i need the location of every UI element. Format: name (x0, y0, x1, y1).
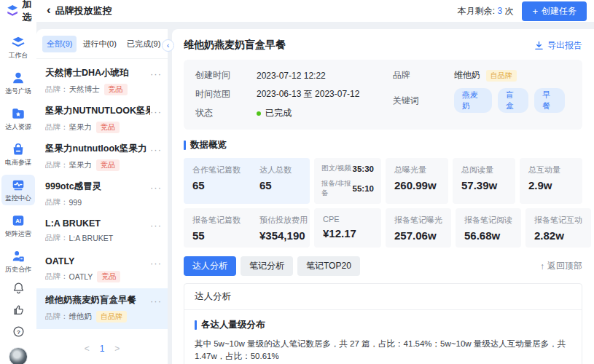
back-to-top-button[interactable]: ↑ 返回顶部 (540, 260, 582, 272)
keyword-pill: 燕麦奶 (454, 88, 492, 113)
brand-name: 坚果力 (69, 122, 93, 132)
workbench-icon (11, 35, 26, 50)
brand-label: 品牌： (45, 233, 69, 243)
task-list-item[interactable]: 天然博士DHA小琥珀 品牌： 天然博士 竞品 ··· (36, 61, 168, 99)
metric-label: 总阅读量 (461, 165, 507, 175)
talent-analysis-card: 达人分析 各达人量级分布 其中 5w~10w 量级的达人笔记数居多，共 27 篇… (184, 283, 582, 364)
task-list-item[interactable]: OATLY 品牌： OATLY 竞品 ··· (36, 250, 168, 288)
create-task-label: 创建任务 (542, 5, 577, 17)
task-list-item[interactable]: 999otc感冒灵 品牌： 999 ··· (36, 175, 168, 213)
overview-section-header: 数据概览 (184, 139, 582, 151)
section-accent-bar (184, 141, 186, 150)
status-label: 状态 (195, 107, 257, 119)
next-page-icon[interactable]: > (114, 344, 120, 354)
help-icon[interactable]: ? (12, 325, 25, 338)
arrow-up-icon: ↑ (540, 261, 544, 272)
analysis-tabs: 达人分析 笔记分析 笔记TOP20 ↑ 返回顶部 (184, 256, 582, 276)
prev-page-icon[interactable]: < (85, 344, 90, 354)
metric-label: 图文/视频 (321, 164, 351, 173)
metric-label: 报备笔记篇数 (192, 215, 241, 226)
metric-value: 257.06w (394, 229, 442, 242)
user-avatar[interactable] (9, 347, 28, 364)
keyword-pill: 盲盒 (498, 88, 528, 113)
range-value: 2023-06-13 至 2023-07-12 (257, 88, 359, 100)
tab-completed[interactable]: 已完成(9) (122, 36, 165, 52)
metric-card-reported-cost: 报备笔记篇数 55 预估投放费用 ¥354,190 (184, 208, 310, 248)
task-list-item[interactable]: L:A BRUKET 品牌： L:A BRUKET ··· (36, 213, 168, 250)
sidebar-item-resources[interactable]: 达人资源 (1, 103, 35, 134)
pagination: < 1 > (36, 336, 168, 364)
more-menu-icon[interactable]: ··· (150, 220, 162, 231)
more-menu-icon[interactable]: ··· (150, 144, 162, 155)
brand-name: 999 (69, 198, 82, 207)
brand-tag: 竞品 (97, 271, 120, 282)
task-list-item[interactable]: 坚果力nutnutlook坚果力 品牌： 坚果力 竞品 ··· (36, 137, 168, 175)
bag-icon (11, 142, 26, 157)
task-detail-title: 维他奶燕麦奶盲盒早餐 (184, 39, 286, 52)
sidebar-item-matrix[interactable]: AI 矩阵运营 (1, 210, 35, 241)
more-menu-icon[interactable]: ··· (150, 68, 162, 79)
topbar: 加选 ‹ 品牌投放监控 本月剩余: 3 次 + 创建任务 (0, 0, 594, 22)
tab-note-top20[interactable]: 笔记TOP20 (297, 256, 360, 276)
level-section-title: 各达人量级分布 (201, 319, 265, 331)
metric-value: 65 (192, 179, 241, 191)
bell-icon[interactable] (12, 282, 25, 294)
brand-name: 维他奶 (69, 312, 93, 322)
metric-label: 报备笔记互动 (534, 215, 582, 226)
sidebar-item-plaza[interactable]: 选号广场 (1, 68, 35, 98)
task-title: 天然博士DHA小琥珀 (45, 67, 150, 79)
analysis-card-title: 达人分析 (184, 284, 582, 310)
brand-label: 品牌： (45, 272, 69, 282)
logo-text: 加选 (22, 0, 39, 24)
sidebar-item-workbench[interactable]: 工作台 (1, 32, 35, 63)
range-label: 时间范围 (195, 88, 257, 100)
more-menu-icon[interactable]: ··· (150, 258, 162, 269)
export-report-button[interactable]: 导出报告 (534, 39, 582, 52)
brand-name: 坚果力 (69, 160, 93, 170)
back-icon[interactable]: ‹ (47, 3, 51, 17)
sidebar-item-label: 历史合作 (1, 265, 35, 274)
tab-note-analysis[interactable]: 笔记分析 (241, 256, 293, 276)
task-list-item-selected[interactable]: 维他奶燕麦奶盲盒早餐 品牌： 维他奶 自品牌 ··· (36, 288, 168, 329)
page-number[interactable]: 1 (100, 344, 105, 354)
metric-card-reported-exposure: 报备笔记曝光 257.06w (386, 208, 451, 248)
brand-tag: 竞品 (96, 159, 120, 171)
task-title: OATLY (45, 256, 150, 266)
keywords-label: 关键词 (393, 95, 454, 107)
metric-label: 报备笔记阅读 (464, 215, 512, 226)
quota-label: 本月剩余: (458, 6, 498, 16)
more-menu-icon[interactable]: ··· (150, 106, 162, 117)
metric-card-notes-talents: 合作笔记篇数 65 达人总数 65 (184, 158, 310, 204)
collapse-panel-button[interactable]: ‹ (162, 39, 174, 52)
level-description: 其中 5w~10w 量级的达人笔记数居多，共 27 篇，占比：41.54%；5w… (195, 338, 571, 363)
task-list-item[interactable]: 坚果力NUTNUTLOOK坚果力... 品牌： 坚果力 竞品 ··· (36, 99, 168, 137)
more-menu-icon[interactable]: ··· (150, 182, 162, 193)
sidebar-item-monitoring[interactable]: 监控中心 (1, 175, 35, 205)
brand-tag: 竞品 (104, 84, 128, 95)
app-logo[interactable]: 加选 (6, 0, 39, 24)
create-task-button[interactable]: + 创建任务 (522, 1, 587, 21)
feedback-icon[interactable] (12, 304, 25, 316)
task-list-tabs: 全部(9) 进行中(0) 已完成(9) (36, 29, 168, 59)
svg-text:?: ? (17, 329, 20, 336)
brand-label: 品牌： (45, 122, 69, 132)
sidebar-item-ecommerce[interactable]: 电商参谋 (1, 139, 35, 170)
created-value: 2023-07-12 12:22 (257, 71, 326, 81)
metric-value: 35:30 (353, 165, 374, 173)
metric-label: 总曝光量 (394, 165, 439, 175)
task-title: 坚果力NUTNUTLOOK坚果力... (45, 105, 150, 117)
sidebar-item-history[interactable]: 历史合作 (1, 246, 35, 277)
metric-card-cpe: CPE ¥12.17 (314, 208, 381, 248)
tab-all[interactable]: 全部(9) (42, 36, 77, 52)
left-nav-rail: 工作台 选号广场 达人资源 电商参谋 监控中心 AI (0, 22, 36, 364)
more-menu-icon[interactable]: ··· (150, 296, 162, 306)
tab-talent-analysis[interactable]: 达人分析 (184, 256, 236, 276)
page-title: 品牌投放监控 (55, 4, 112, 17)
section-accent-bar (195, 320, 197, 330)
metric-value: 55 (192, 229, 241, 242)
keyword-pill: 早餐 (534, 88, 565, 113)
tab-in-progress[interactable]: 进行中(0) (78, 36, 120, 52)
metric-label: 合作笔记篇数 (192, 165, 241, 175)
person-icon (11, 71, 26, 85)
task-title: 坚果力nutnutlook坚果力 (45, 143, 150, 155)
